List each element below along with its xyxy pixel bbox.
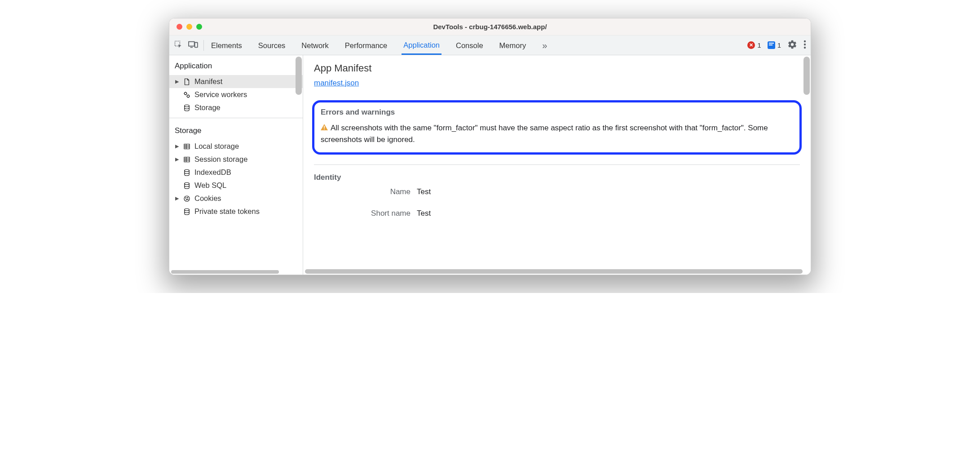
content-panel: App Manifest manifest.json Errors and wa…: [303, 55, 811, 275]
database-icon: [183, 169, 191, 177]
disclosure-triangle-icon[interactable]: ▶: [175, 195, 179, 201]
table-icon: [183, 142, 191, 151]
error-icon: ✕: [747, 41, 755, 49]
minimize-button[interactable]: [186, 24, 192, 30]
svg-point-20: [184, 196, 190, 201]
manifest-link[interactable]: manifest.json: [314, 79, 359, 87]
svg-point-21: [185, 197, 186, 198]
gears-icon: [183, 91, 191, 99]
sidebar-item-cookies[interactable]: ▶ Cookies: [169, 192, 303, 205]
sidebar-group-storage: Storage: [169, 122, 303, 140]
sidebar-item-session-storage[interactable]: ▶ Session storage: [169, 153, 303, 166]
sidebar-divider: [169, 118, 303, 118]
field-row: Short name Test: [314, 209, 800, 218]
svg-rect-10: [184, 144, 190, 149]
tab-elements[interactable]: Elements: [209, 37, 244, 54]
tab-application[interactable]: Application: [402, 36, 441, 55]
settings-icon[interactable]: [787, 40, 797, 51]
table-icon: [183, 155, 191, 164]
svg-point-18: [185, 169, 190, 172]
titlebar: DevTools - crbug-1476656.web.app/: [169, 18, 811, 36]
sidebar-item-websql[interactable]: Web SQL: [169, 179, 303, 192]
sidebar-item-label: Manifest: [194, 77, 222, 86]
manifest-heading: App Manifest: [314, 62, 800, 74]
sidebar-item-label: Service workers: [194, 90, 247, 99]
svg-point-5: [804, 43, 806, 45]
device-toggle-icon[interactable]: [188, 40, 198, 50]
error-count-badge[interactable]: ✕ 1: [747, 41, 761, 49]
svg-point-7: [184, 92, 186, 94]
svg-rect-27: [324, 129, 325, 129]
tab-memory[interactable]: Memory: [498, 37, 528, 54]
cookie-icon: [183, 195, 191, 203]
sidebar-item-label: Private state tokens: [194, 207, 260, 216]
sidebar-item-label: Cookies: [194, 194, 221, 203]
sidebar-item-private-state-tokens[interactable]: Private state tokens: [169, 205, 303, 218]
svg-point-23: [186, 199, 187, 200]
content-h-scrollbar[interactable]: [305, 269, 803, 274]
svg-point-22: [187, 197, 188, 198]
tab-performance[interactable]: Performance: [343, 37, 389, 54]
sidebar-item-label: IndexedDB: [194, 168, 231, 177]
identity-section: Identity Name Test Short name Test: [314, 164, 800, 218]
sidebar-group-application: Application: [169, 57, 303, 75]
sidebar-item-label: Storage: [194, 103, 221, 112]
tab-console[interactable]: Console: [454, 37, 485, 54]
field-value-name: Test: [417, 187, 431, 196]
sidebar-item-label: Local storage: [194, 142, 239, 151]
tabs-overflow-icon[interactable]: »: [540, 36, 549, 55]
warning-text: All screenshots with the same "form_fact…: [321, 124, 768, 144]
database-icon: [183, 104, 191, 112]
tab-sources[interactable]: Sources: [256, 37, 287, 54]
sidebar: Application ▶ Manifest Service workers: [169, 55, 303, 275]
inspect-icon[interactable]: [174, 40, 183, 51]
issues-count: 1: [777, 41, 781, 49]
error-count: 1: [757, 41, 761, 49]
svg-rect-1: [189, 41, 194, 46]
close-button[interactable]: [177, 24, 182, 30]
errors-warnings-section: Errors and warnings All screenshots with…: [312, 100, 802, 155]
svg-rect-14: [184, 157, 190, 162]
sidebar-item-storage[interactable]: Storage: [169, 101, 303, 114]
svg-point-8: [187, 95, 189, 97]
svg-point-19: [185, 182, 190, 185]
content-scrollbar[interactable]: [803, 57, 810, 95]
tab-network[interactable]: Network: [300, 37, 331, 54]
devtools-window: DevTools - crbug-1476656.web.app/ Elemen…: [169, 18, 811, 275]
sidebar-h-scrollbar[interactable]: [169, 269, 296, 275]
sidebar-item-label: Web SQL: [194, 181, 226, 190]
issues-count-badge[interactable]: 1: [768, 41, 781, 49]
warning-icon: [321, 122, 328, 129]
field-value-short-name: Test: [417, 209, 431, 218]
warning-message: All screenshots with the same "form_fact…: [321, 122, 793, 145]
window-controls: [177, 24, 202, 30]
svg-point-6: [804, 46, 806, 48]
sidebar-item-label: Session storage: [194, 155, 247, 164]
disclosure-triangle-icon[interactable]: ▶: [175, 79, 179, 84]
issues-icon: [768, 41, 775, 49]
database-icon: [183, 208, 191, 216]
svg-point-9: [185, 105, 190, 107]
disclosure-triangle-icon[interactable]: ▶: [175, 156, 179, 162]
sidebar-item-service-workers[interactable]: Service workers: [169, 88, 303, 101]
svg-point-25: [185, 209, 190, 211]
sidebar-item-local-storage[interactable]: ▶ Local storage: [169, 140, 303, 153]
panel-tabs: Elements Sources Network Performance App…: [209, 36, 549, 55]
database-icon: [183, 182, 191, 190]
main-split: Application ▶ Manifest Service workers: [169, 55, 811, 275]
sidebar-item-indexeddb[interactable]: IndexedDB: [169, 166, 303, 179]
maximize-button[interactable]: [196, 24, 202, 30]
identity-section-title: Identity: [314, 173, 800, 182]
field-row: Name Test: [314, 187, 800, 196]
svg-point-4: [804, 40, 806, 42]
toolbar: Elements Sources Network Performance App…: [169, 36, 811, 55]
svg-rect-3: [195, 42, 198, 47]
errors-section-title: Errors and warnings: [321, 108, 793, 117]
svg-rect-26: [324, 126, 325, 128]
field-label-short-name: Short name: [314, 209, 411, 218]
disclosure-triangle-icon[interactable]: ▶: [175, 143, 179, 149]
sidebar-item-manifest[interactable]: ▶ Manifest: [169, 75, 303, 88]
file-icon: [183, 78, 191, 86]
kebab-menu-icon[interactable]: [803, 40, 806, 51]
sidebar-scrollbar[interactable]: [296, 57, 302, 95]
